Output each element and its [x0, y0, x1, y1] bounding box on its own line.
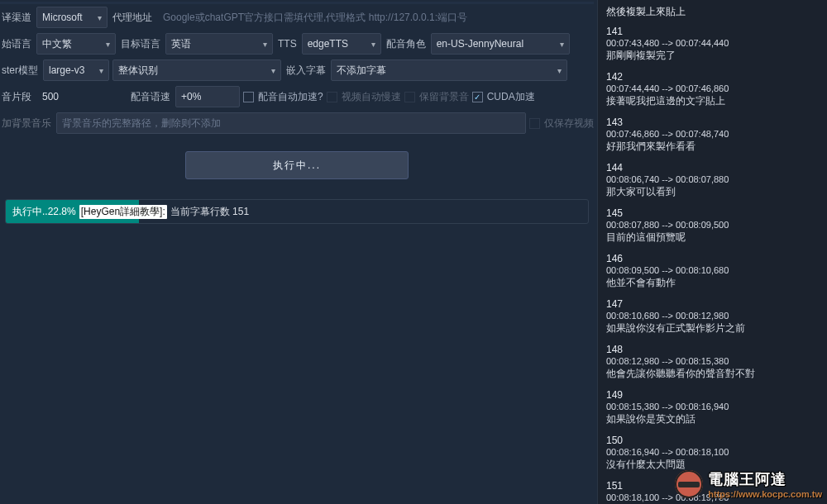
- label-target-lang: 目标语言: [119, 37, 162, 51]
- subtitle-index: 141: [606, 26, 819, 37]
- label-model: ster模型: [0, 64, 40, 78]
- checkbox-keep-bgm[interactable]: 保留背景音: [404, 90, 469, 104]
- subtitle-index: 144: [606, 162, 819, 174]
- subtitle-time: 00:08:09,500 --> 00:08:10,680: [606, 265, 819, 275]
- chevron-down-icon: ▾: [98, 13, 102, 22]
- select-tts[interactable]: edgeTTS▾: [302, 33, 381, 55]
- subtitle-header: 然後複製上來貼上: [606, 5, 819, 19]
- select-source-lang[interactable]: 中文繁▾: [36, 33, 116, 55]
- subtitle-entry: 14600:08:09,500 --> 00:08:10,680他並不會有動作: [606, 253, 819, 290]
- subtitle-text: 如果說你沒有正式製作影片之前: [606, 321, 819, 335]
- checkbox-cuda[interactable]: CUDA加速: [472, 90, 535, 104]
- subtitle-time: 00:08:07,880 --> 00:08:09,500: [606, 220, 819, 230]
- chevron-down-icon: ▾: [371, 40, 375, 49]
- label-proxy: 代理地址: [111, 11, 154, 25]
- subtitle-time: 00:08:15,380 --> 00:08:16,940: [606, 402, 819, 411]
- select-recog-mode[interactable]: 整体识别▾: [112, 59, 281, 81]
- input-segment[interactable]: [36, 86, 126, 107]
- subtitle-entry: 15000:08:16,940 --> 00:08:18,100沒有什麼太大問題: [606, 435, 819, 472]
- row-translate-channel: 译渠道 Microsoft▾ 代理地址: [0, 7, 594, 28]
- subtitle-time: 00:08:18,100 --> 00:08:19,780: [606, 492, 819, 502]
- checkbox-icon: [327, 92, 337, 102]
- subtitle-text: 那大家可以看到: [606, 185, 819, 199]
- input-bgm-path[interactable]: [56, 112, 526, 134]
- progress-bar: 执行中..22.8% [HeyGen詳細教學]: 当前字幕行数 151: [5, 199, 589, 224]
- subtitle-panel: 然後複製上來貼上 14100:07:43,480 --> 00:07:44,44…: [597, 0, 827, 504]
- select-model[interactable]: large-v3▾: [43, 59, 109, 81]
- select-voice[interactable]: en-US-JennyNeural▾: [431, 33, 570, 55]
- subtitle-index: 143: [606, 116, 819, 128]
- label-bgm: 加背景音乐: [0, 116, 53, 131]
- label-embed: 嵌入字幕: [284, 64, 327, 78]
- chevron-down-icon: ▾: [263, 40, 267, 49]
- subtitle-time: 00:08:16,940 --> 00:08:18,100: [606, 447, 819, 457]
- subtitle-time: 00:08:12,980 --> 00:08:15,380: [606, 356, 819, 366]
- subtitle-entry: 15100:08:18,100 --> 00:08:19,780但中文的話他有很…: [606, 480, 819, 504]
- subtitle-entry: 14500:08:07,880 --> 00:08:09,500目前的這個預覽呢: [606, 207, 819, 245]
- chevron-down-icon: ▾: [99, 66, 103, 75]
- subtitle-entry: 14100:07:43,480 --> 00:07:44,440那剛剛複製完了: [606, 26, 819, 63]
- input-proxy[interactable]: [157, 7, 594, 28]
- subtitle-entry: 14900:08:15,380 --> 00:08:16,940如果說你是英文的…: [606, 389, 819, 426]
- subtitle-text: 他並不會有動作: [606, 276, 819, 290]
- label-translate-channel: 译渠道: [0, 11, 33, 25]
- subtitle-index: 150: [606, 435, 819, 446]
- checkbox-icon: [529, 118, 540, 129]
- subtitle-entry: 14800:08:12,980 --> 00:08:15,380他會先讓你聽聽看…: [606, 344, 819, 381]
- checkbox-save-only[interactable]: 仅保存视频: [529, 116, 594, 131]
- input-speed[interactable]: [175, 86, 240, 107]
- subtitle-text: 沒有什麼太大問題: [606, 458, 819, 472]
- subtitle-index: 146: [606, 253, 819, 264]
- chevron-down-icon: ▾: [271, 66, 275, 75]
- subtitle-text: 好那我們來製作看看: [606, 140, 819, 154]
- subtitle-text: 他會先讓你聽聽看你的聲音對不對: [606, 367, 819, 381]
- subtitle-entry: 14400:08:06,740 --> 00:08:07,880那大家可以看到: [606, 162, 819, 199]
- chevron-down-icon: ▾: [557, 66, 562, 75]
- select-embed[interactable]: 不添加字幕▾: [331, 59, 567, 81]
- row-model: ster模型 large-v3▾ 整体识别▾ 嵌入字幕 不添加字幕▾: [0, 59, 594, 81]
- run-button[interactable]: 执行中...: [185, 151, 409, 179]
- settings-panel: 译渠道 Microsoft▾ 代理地址 始语言 中文繁▾ 目标语言 英语▾ TT…: [0, 0, 597, 504]
- label-segment: 音片段: [0, 90, 33, 104]
- label-tts: TTS: [276, 38, 299, 50]
- checkbox-icon: [243, 92, 254, 102]
- subtitle-index: 148: [606, 344, 819, 355]
- subtitle-index: 147: [606, 298, 819, 310]
- progress-label: 执行中..22.8% [HeyGen詳細教學]: 当前字幕行数 151: [6, 200, 588, 223]
- subtitle-text: 那剛剛複製完了: [606, 49, 819, 63]
- subtitle-index: 151: [606, 480, 819, 492]
- select-translate-channel[interactable]: Microsoft▾: [36, 7, 108, 28]
- label-source-lang: 始语言: [0, 37, 33, 51]
- row-segment: 音片段 配音语速 配音自动加速? 视频自动慢速 保留背景音 CUDA加速: [0, 86, 594, 107]
- label-speed: 配音语速: [129, 90, 172, 104]
- subtitle-text: 如果說你是英文的話: [606, 412, 819, 426]
- subtitle-time: 00:08:10,680 --> 00:08:12,980: [606, 311, 819, 321]
- checkbox-video-slow[interactable]: 视频自动慢速: [327, 90, 401, 104]
- checkbox-icon: [404, 92, 415, 102]
- select-target-lang[interactable]: 英语▾: [165, 33, 273, 55]
- chevron-down-icon: ▾: [106, 40, 110, 49]
- subtitle-time: 00:07:46,860 --> 00:07:48,740: [606, 129, 819, 139]
- subtitle-time: 00:08:06,740 --> 00:08:07,880: [606, 174, 819, 184]
- subtitle-index: 149: [606, 389, 819, 401]
- chevron-down-icon: ▾: [560, 40, 564, 49]
- subtitle-index: 145: [606, 207, 819, 219]
- row-bgm: 加背景音乐 仅保存视频: [0, 112, 594, 134]
- subtitle-entry: 14700:08:10,680 --> 00:08:12,980如果說你沒有正式…: [606, 298, 819, 335]
- subtitle-entry: 14300:07:46,860 --> 00:07:48,740好那我們來製作看…: [606, 116, 819, 154]
- checkbox-icon: [472, 92, 483, 102]
- subtitle-text: 接著呢我把這邊的文字貼上: [606, 94, 819, 108]
- subtitle-entry: 14200:07:44,440 --> 00:07:46,860接著呢我把這邊的…: [606, 71, 819, 108]
- row-language: 始语言 中文繁▾ 目标语言 英语▾ TTS edgeTTS▾ 配音角色 en-U…: [0, 33, 594, 55]
- checkbox-auto-speed[interactable]: 配音自动加速?: [243, 90, 323, 104]
- subtitle-time: 00:07:44,440 --> 00:07:46,860: [606, 83, 819, 93]
- label-voice: 配音角色: [385, 37, 428, 51]
- subtitle-text: 目前的這個預覽呢: [606, 231, 819, 245]
- subtitle-time: 00:07:43,480 --> 00:07:44,440: [606, 38, 819, 48]
- subtitle-index: 142: [606, 71, 819, 83]
- subtitle-list: 14100:07:43,480 --> 00:07:44,440那剛剛複製完了1…: [606, 26, 819, 504]
